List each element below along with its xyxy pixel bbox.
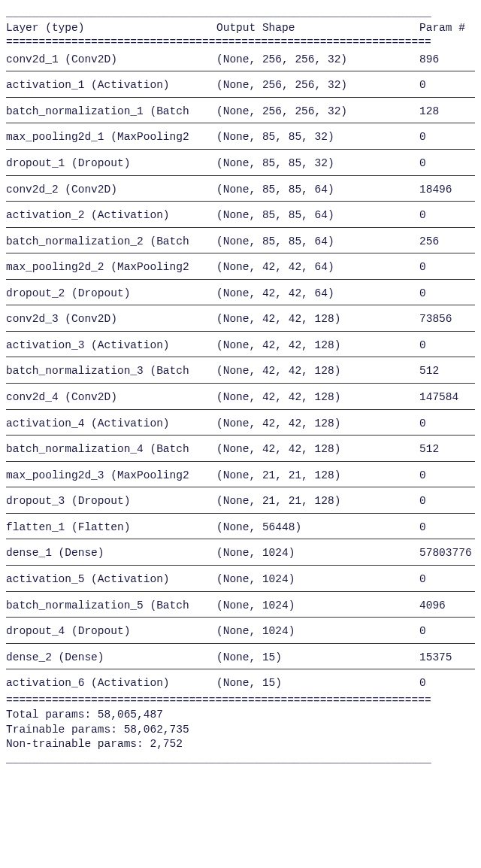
layer-param: 4096 xyxy=(419,599,475,614)
row-divider xyxy=(6,253,475,253)
layer-name: dropout_3 (Dropout) xyxy=(6,494,216,509)
layer-name: dense_2 (Dense) xyxy=(6,651,216,666)
layer-shape: (None, 85, 85, 64) xyxy=(216,183,419,198)
layer-row: dropout_4 (Dropout)(None, 1024)0 xyxy=(6,622,475,642)
layer-shape: (None, 42, 42, 64) xyxy=(216,260,419,275)
layer-param: 896 xyxy=(419,53,475,68)
layer-name: conv2d_1 (Conv2D) xyxy=(6,53,216,68)
layer-row: dense_1 (Dense)(None, 1024)57803776 xyxy=(6,544,475,563)
layer-param: 0 xyxy=(419,572,475,587)
layer-name: batch_normalization_4 (Batch xyxy=(6,442,216,457)
layer-shape: (None, 42, 42, 128) xyxy=(216,390,419,405)
layer-name: conv2d_4 (Conv2D) xyxy=(6,390,216,405)
layer-shape: (None, 85, 85, 32) xyxy=(216,130,419,145)
row-divider xyxy=(6,565,475,566)
layer-shape: (None, 15) xyxy=(216,651,419,666)
layer-shape: (None, 85, 85, 64) xyxy=(216,208,419,223)
layer-row: max_pooling2d_2 (MaxPooling2(None, 42, 4… xyxy=(6,258,475,278)
layer-param: 512 xyxy=(419,364,475,379)
header-divider: ========================================… xyxy=(6,35,475,50)
layer-row: activation_1 (Activation)(None, 256, 256… xyxy=(6,76,475,96)
footer-divider: ========================================… xyxy=(6,693,475,709)
layer-row: batch_normalization_3 (Batch(None, 42, 4… xyxy=(6,362,475,381)
layer-name: conv2d_3 (Conv2D) xyxy=(6,312,216,327)
layer-name: activation_6 (Activation) xyxy=(6,676,216,691)
layer-param: 0 xyxy=(419,156,475,171)
row-divider xyxy=(6,279,475,280)
layer-name: activation_4 (Activation) xyxy=(6,417,216,432)
layer-row: batch_normalization_4 (Batch(None, 42, 4… xyxy=(6,440,475,460)
layer-param: 147584 xyxy=(419,390,475,405)
layer-name: flatten_1 (Flatten) xyxy=(6,520,216,536)
nontrainable-params: Non-trainable params: 2,752 xyxy=(6,737,475,752)
layer-param: 0 xyxy=(419,624,475,639)
row-divider xyxy=(6,201,475,202)
header-layer: Layer (type) xyxy=(6,21,216,36)
layer-param: 0 xyxy=(419,260,475,275)
header-param: Param # xyxy=(419,21,475,36)
row-divider xyxy=(6,409,475,410)
bottom-underline: ________________________________________… xyxy=(6,752,475,767)
layer-param: 73856 xyxy=(419,312,475,327)
layer-name: max_pooling2d_2 (MaxPooling2 xyxy=(6,260,216,275)
layer-param: 0 xyxy=(419,130,475,145)
layer-row: activation_4 (Activation)(None, 42, 42, … xyxy=(6,414,475,434)
layer-param: 57803776 xyxy=(419,546,475,561)
layer-name: activation_1 (Activation) xyxy=(6,78,216,93)
layer-shape: (None, 1024) xyxy=(216,546,419,561)
layer-row: batch_normalization_1 (Batch(None, 256, … xyxy=(6,102,475,122)
layer-shape: (None, 42, 42, 128) xyxy=(216,417,419,432)
layer-shape: (None, 256, 256, 32) xyxy=(216,105,419,120)
row-divider xyxy=(6,591,475,592)
layer-shape: (None, 42, 42, 128) xyxy=(216,312,419,327)
layer-shape: (None, 1024) xyxy=(216,599,419,614)
layer-name: dense_1 (Dense) xyxy=(6,546,216,561)
layer-row: activation_2 (Activation)(None, 85, 85, … xyxy=(6,206,475,226)
header-row: Layer (type) Output Shape Param # xyxy=(6,21,475,36)
layer-row: activation_3 (Activation)(None, 42, 42, … xyxy=(6,336,475,356)
layer-row: batch_normalization_2 (Batch(None, 85, 8… xyxy=(6,232,475,252)
layer-param: 0 xyxy=(419,338,475,354)
layer-name: batch_normalization_3 (Batch xyxy=(6,364,216,379)
layer-row: max_pooling2d_1 (MaxPooling2(None, 85, 8… xyxy=(6,128,475,147)
layer-row: activation_5 (Activation)(None, 1024)0 xyxy=(6,570,475,590)
layer-param: 0 xyxy=(419,287,475,302)
layer-row: activation_6 (Activation)(None, 15)0 xyxy=(6,674,475,693)
layer-name: max_pooling2d_1 (MaxPooling2 xyxy=(6,130,216,145)
layer-param: 128 xyxy=(419,105,475,120)
layer-row: dropout_3 (Dropout)(None, 21, 21, 128)0 xyxy=(6,492,475,511)
total-params: Total params: 58,065,487 xyxy=(6,708,475,723)
row-divider xyxy=(6,669,475,669)
layer-param: 15375 xyxy=(419,651,475,666)
layer-shape: (None, 42, 42, 128) xyxy=(216,442,419,457)
layer-param: 0 xyxy=(419,676,475,691)
row-divider xyxy=(6,331,475,332)
layer-param: 0 xyxy=(419,208,475,223)
layer-shape: (None, 256, 256, 32) xyxy=(216,53,419,68)
layer-name: conv2d_2 (Conv2D) xyxy=(6,183,216,198)
layer-name: activation_2 (Activation) xyxy=(6,208,216,223)
layer-row: conv2d_1 (Conv2D)(None, 256, 256, 32)896 xyxy=(6,50,475,70)
layer-name: max_pooling2d_3 (MaxPooling2 xyxy=(6,469,216,484)
layer-row: conv2d_2 (Conv2D)(None, 85, 85, 64)18496 xyxy=(6,181,475,200)
row-divider xyxy=(6,435,475,436)
layer-row: dropout_1 (Dropout)(None, 85, 85, 32)0 xyxy=(6,154,475,174)
layer-row: conv2d_3 (Conv2D)(None, 42, 42, 128)7385… xyxy=(6,310,475,329)
layer-row: batch_normalization_5 (Batch(None, 1024)… xyxy=(6,596,475,616)
layer-shape: (None, 1024) xyxy=(216,572,419,587)
layer-row: max_pooling2d_3 (MaxPooling2(None, 21, 2… xyxy=(6,466,475,486)
row-divider xyxy=(6,149,475,150)
layer-shape: (None, 85, 85, 32) xyxy=(216,156,419,171)
trainable-params: Trainable params: 58,062,735 xyxy=(6,723,475,738)
layer-shape: (None, 15) xyxy=(216,676,419,691)
layer-param: 0 xyxy=(419,494,475,509)
layer-param: 0 xyxy=(419,520,475,536)
row-divider xyxy=(6,513,475,514)
layer-shape: (None, 56448) xyxy=(216,520,419,536)
row-divider xyxy=(6,97,475,98)
layer-param: 0 xyxy=(419,78,475,93)
layer-name: activation_5 (Activation) xyxy=(6,572,216,587)
layer-shape: (None, 42, 42, 64) xyxy=(216,287,419,302)
layer-shape: (None, 21, 21, 128) xyxy=(216,494,419,509)
layer-param: 18496 xyxy=(419,183,475,198)
